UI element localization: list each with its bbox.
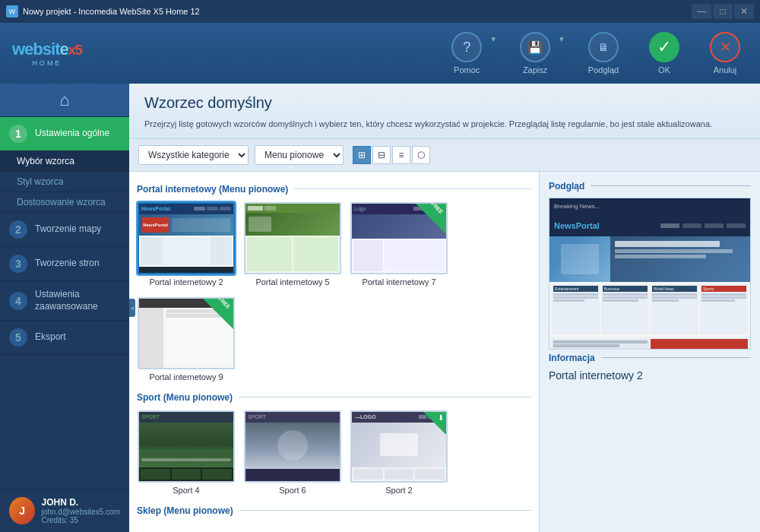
header-toolbar: websitex5 HOME ? Pomoc ▼ 💾 Zapisz ▼ 🖥 Po…: [0, 23, 760, 84]
template-card-sport6[interactable]: SPORT Sport 6: [243, 410, 342, 495]
content-header: Wzorzec domyślny Przejrzyj listę gotowyc…: [129, 84, 760, 139]
sidebar-sub-template-select[interactable]: Wybór wzorca: [0, 151, 129, 172]
template-card-sport4[interactable]: SPORT: [137, 410, 236, 495]
template-card-portal7[interactable]: Logo: [350, 202, 448, 287]
template-name-sport6: Sport 6: [279, 486, 306, 495]
category-filter[interactable]: Wszystkie kategorie Portal internetowy S…: [138, 145, 249, 165]
template-row-portal: NewsPortal NewsPortal: [137, 202, 531, 287]
help-button[interactable]: ? Pomoc: [444, 32, 489, 74]
help-dropdown-arrow[interactable]: ▼: [489, 35, 497, 43]
filter-bar: Wszystkie kategorie Portal internetowy S…: [129, 139, 760, 172]
category-header-sklep: Sklep (Menu pionowe): [137, 505, 531, 516]
export-button[interactable]: ⬡: [412, 146, 430, 164]
user-credits: Credits: 35: [41, 516, 120, 524]
template-name-portal2: Portal internetowy 2: [149, 277, 223, 287]
preview-section-title: Podgląd: [549, 181, 751, 192]
home-icon: ⌂: [59, 90, 69, 110]
close-button[interactable]: ✕: [734, 4, 754, 19]
info-section-title: Informacja: [549, 353, 751, 363]
logo-sub: HOME: [32, 59, 62, 67]
template-thumb-portal9[interactable]: FREE: [138, 297, 235, 369]
sidebar-sub-template-style[interactable]: Styl wzorca: [0, 172, 129, 192]
user-avatar: J: [9, 497, 35, 524]
selected-template-name: Portal internetowy 2: [549, 369, 751, 382]
maximize-button[interactable]: □: [713, 4, 733, 19]
sidebar-item-label-advanced: Ustawienia zaawansowane: [35, 289, 120, 312]
sidebar-item-label-map: Tworzenie mapy: [35, 223, 101, 236]
view-small-button[interactable]: ≡: [392, 146, 410, 164]
template-thumb-portal2[interactable]: NewsPortal NewsPortal: [138, 202, 235, 274]
template-area: Portal internetowy (Menu pionowe) NewsPo…: [129, 172, 760, 533]
template-thumb-sport4[interactable]: SPORT: [138, 410, 235, 483]
save-icon: 💾: [520, 32, 550, 62]
sidebar: ⌂ 1 Ustawienia ogólne Wybór wzorca Styl …: [0, 84, 129, 532]
template-card-portal5[interactable]: Portal internetowy 5: [243, 202, 342, 287]
template-card-sport2[interactable]: —LOGO: [350, 410, 448, 495]
template-list: Portal internetowy (Menu pionowe) NewsPo…: [129, 172, 540, 533]
save-dropdown-arrow[interactable]: ▼: [558, 35, 565, 43]
step-number-4: 4: [9, 292, 27, 310]
sidebar-item-settings[interactable]: 1 Ustawienia ogólne: [0, 117, 129, 151]
template-name-portal5: Portal internetowy 5: [255, 277, 329, 287]
sidebar-item-label-export: Eksport: [35, 331, 66, 344]
sidebar-item-label-settings: Ustawienia ogólne: [35, 128, 109, 140]
layout-filter[interactable]: Menu pionowe Menu poziome: [255, 145, 344, 165]
template-row-portal2: FREE Portal internetowy 9: [137, 297, 531, 382]
save-button[interactable]: 💾 Zapisz: [512, 32, 558, 74]
template-name-portal9: Portal internetowy 9: [149, 372, 223, 382]
step-number-5: 5: [9, 328, 27, 347]
help-button-group[interactable]: ? Pomoc ▼: [444, 32, 497, 74]
template-preview-image: Breaking News... NewsPortal: [549, 198, 751, 350]
template-name-sport4: Sport 4: [173, 486, 199, 495]
category-header-portal: Portal internetowy (Menu pionowe): [137, 184, 531, 195]
ok-icon: ✓: [649, 32, 679, 62]
titlebar-title: Nowy projekt - Incomedia WebSite X5 Home…: [23, 7, 200, 16]
main-layout: ⌂ 1 Ustawienia ogólne Wybór wzorca Styl …: [0, 84, 760, 532]
titlebar: W Nowy projekt - Incomedia WebSite X5 Ho…: [0, 0, 760, 23]
sidebar-item-advanced[interactable]: 4 Ustawienia zaawansowane: [0, 281, 129, 321]
template-thumb-portal7[interactable]: Logo: [350, 202, 448, 274]
page-title: Wzorzec domyślny: [144, 94, 745, 112]
minimize-button[interactable]: —: [692, 4, 711, 19]
view-medium-button[interactable]: ⊟: [372, 146, 391, 164]
sidebar-item-export[interactable]: 5 Eksport: [0, 321, 129, 355]
template-thumb-portal5[interactable]: [244, 202, 341, 274]
sidebar-item-map[interactable]: 2 Tworzenie mapy: [0, 213, 129, 247]
step-number-3: 3: [9, 255, 27, 273]
info-section: Informacja Portal internetowy 2: [549, 353, 751, 382]
category-header-sport: Sport (Menu pionowe): [137, 392, 531, 403]
step-number-2: 2: [9, 220, 27, 239]
step-number-1: 1: [9, 125, 27, 143]
content-area: Wzorzec domyślny Przejrzyj listę gotowyc…: [129, 84, 760, 532]
preview-button[interactable]: 🖥 Podgląd: [581, 32, 626, 74]
template-card-portal2[interactable]: NewsPortal NewsPortal: [137, 202, 236, 287]
user-name: JOHN D.: [41, 497, 120, 508]
preview-panel: Podgląd Breaking News... NewsPortal: [540, 172, 760, 533]
template-card-portal9[interactable]: FREE Portal internetowy 9: [137, 297, 236, 382]
sidebar-item-label-pages: Tworzenie stron: [35, 258, 100, 270]
template-thumb-sport2[interactable]: —LOGO: [350, 410, 448, 483]
view-large-button[interactable]: ⊞: [353, 146, 371, 164]
preview-top-bar: Breaking News...: [549, 198, 750, 215]
app-icon: W: [6, 5, 18, 17]
sidebar-sub-template-customize[interactable]: Dostosowanie wzorca: [0, 192, 129, 213]
sidebar-home-button[interactable]: ⌂: [0, 84, 129, 117]
template-thumb-sport6[interactable]: SPORT: [244, 410, 341, 483]
page-description: Przejrzyj listę gotowych wzorców domyśln…: [144, 118, 745, 131]
window-controls: — □ ✕: [692, 4, 754, 19]
template-row-sport: SPORT: [137, 410, 531, 495]
ok-button[interactable]: ✓ OK: [641, 32, 687, 74]
cancel-button[interactable]: ✕ Anuluj: [702, 32, 748, 74]
save-button-group[interactable]: 💾 Zapisz ▼: [512, 32, 565, 74]
sidebar-item-pages[interactable]: 3 Tworzenie stron: [0, 247, 129, 281]
view-toggle: ⊞ ⊟ ≡ ⬡: [353, 146, 430, 164]
sidebar-collapse-button[interactable]: ◄: [129, 299, 135, 317]
preview-icon: 🖥: [588, 32, 619, 62]
preview-logo: NewsPortal: [554, 221, 600, 230]
cancel-icon: ✕: [710, 32, 740, 62]
user-email: john.d@websitex5.com: [41, 508, 120, 516]
template-name-portal7: Portal internetowy 7: [362, 277, 435, 287]
logo: websitex5 HOME: [12, 40, 82, 67]
user-info: JOHN D. john.d@websitex5.com Credits: 35: [41, 497, 120, 524]
template-name-sport2: Sport 2: [385, 486, 412, 495]
